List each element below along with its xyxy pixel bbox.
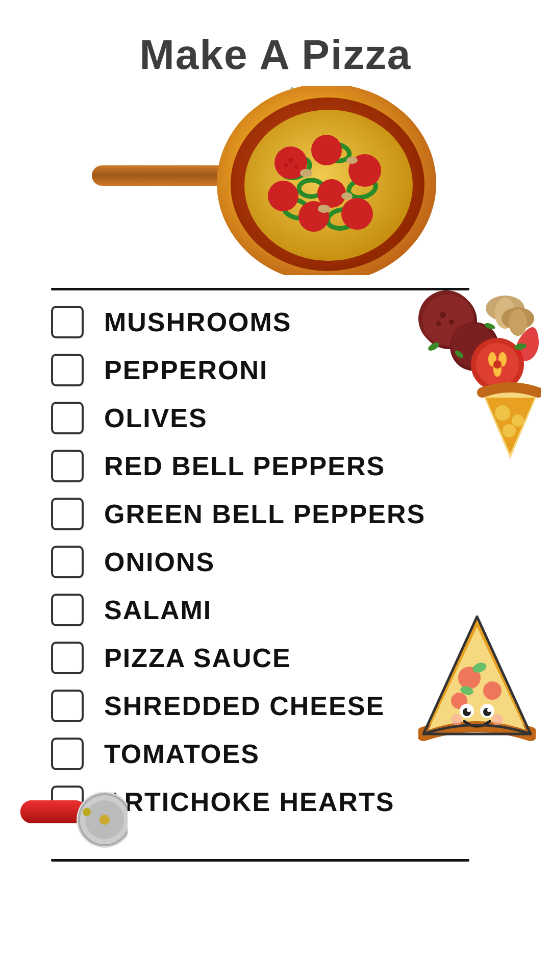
svg-point-12 [311, 135, 342, 165]
item-label-pizza-sauce: PIZZA SAUCE [104, 643, 291, 673]
checkbox-salami[interactable] [51, 594, 84, 626]
item-label-onions: ONIONS [104, 547, 215, 577]
item-label-salami: SALAMI [104, 595, 212, 625]
pizza-peel-svg [92, 86, 459, 275]
svg-point-16 [268, 181, 298, 211]
checklist-item-pepperoni: PEPPERONI [51, 354, 500, 386]
svg-point-24 [341, 192, 353, 200]
svg-point-23 [318, 205, 330, 213]
item-label-mushrooms: MUSHROOMS [104, 307, 292, 337]
checklist-item-mushrooms: MUSHROOMS [51, 306, 500, 338]
svg-point-71 [99, 815, 110, 825]
checklist-item-olives: OLIVES [51, 402, 500, 434]
checkbox-red-bell-peppers[interactable] [51, 450, 84, 482]
checkbox-onions[interactable] [51, 546, 84, 578]
checkbox-green-bell-peppers[interactable] [51, 498, 84, 530]
checkbox-shredded-cheese[interactable] [51, 690, 84, 722]
svg-point-18 [288, 158, 293, 163]
checkbox-olives[interactable] [51, 402, 84, 434]
checkbox-mushrooms[interactable] [51, 306, 84, 338]
svg-point-17 [317, 179, 346, 208]
pizza-cutter-decoration [15, 760, 128, 851]
item-label-red-bell-peppers: RED BELL PEPPERS [104, 451, 385, 481]
item-label-shredded-cheese: SHREDDED CHEESE [104, 691, 385, 721]
checklist-item-red-bell-peppers: RED BELL PEPPERS [51, 450, 500, 482]
checklist-item-green-bell-peppers: GREEN BELL PEPPERS [51, 498, 500, 530]
svg-point-22 [346, 157, 358, 164]
page-title: Make A Pizza [0, 0, 551, 79]
svg-point-63 [451, 714, 462, 725]
item-label-pepperoni: PEPPERONI [104, 355, 268, 385]
svg-point-61 [467, 708, 471, 712]
svg-point-62 [487, 708, 491, 712]
pizza-illustration [0, 84, 551, 278]
item-label-green-bell-peppers: GREEN BELL PEPPERS [104, 499, 425, 529]
svg-point-20 [284, 163, 288, 167]
svg-point-19 [294, 165, 298, 169]
svg-point-21 [300, 169, 312, 177]
divider-bottom [51, 859, 469, 862]
svg-point-64 [492, 714, 503, 725]
svg-point-53 [483, 681, 502, 700]
checklist-item-onions: ONIONS [51, 546, 500, 578]
checkbox-pepperoni[interactable] [51, 354, 84, 386]
svg-point-14 [341, 198, 373, 230]
item-label-olives: OLIVES [104, 403, 208, 433]
cute-pizza-decoration [418, 611, 536, 744]
item-label-artichoke-hearts: ARTICHOKE HEARTS [104, 787, 394, 817]
svg-point-73 [83, 808, 91, 816]
checkbox-pizza-sauce[interactable] [51, 642, 84, 674]
